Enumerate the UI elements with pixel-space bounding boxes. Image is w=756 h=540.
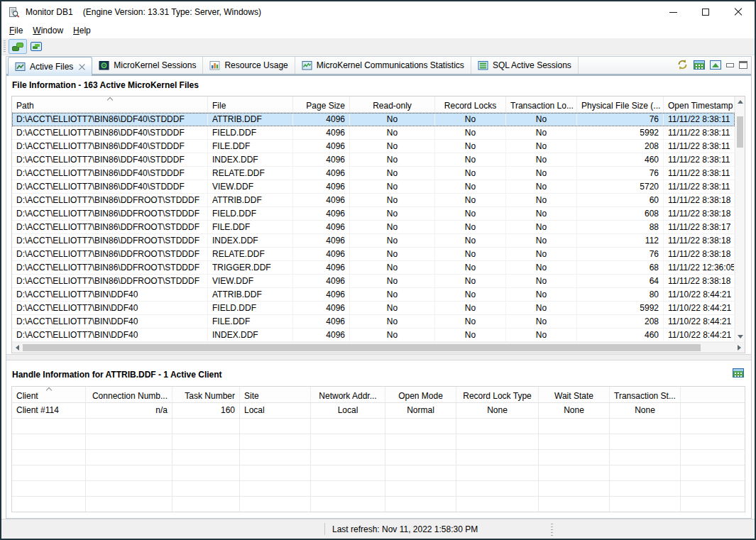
table-row[interactable]: D:\ACCT\ELLIOTT7\BIN86\DDF40\STDDDFFIELD… [12,126,735,140]
empty-row[interactable] [12,450,745,465]
column-header[interactable]: Wait State [539,387,610,402]
tab-sql-active-sessions[interactable]: SQL Active Sessions [471,57,579,74]
toolbar-grip[interactable] [4,40,6,53]
column-header[interactable]: Network Addr... [311,387,385,402]
table-row[interactable]: D:\ACCT\ELLIOTT7\BIN86\DDFROOT\STDDDFFIL… [12,221,735,234]
cell [311,434,385,449]
empty-row[interactable] [12,434,745,450]
connect-engine-button[interactable] [9,39,27,54]
cell [385,450,456,465]
empty-row[interactable] [12,481,745,497]
column-header[interactable]: Open Timestamp [664,97,735,112]
handle-table: ClientConnection Numb...Task NumberSiteN… [11,386,745,512]
cell: No [350,194,435,206]
maximize-icon[interactable] [689,1,722,23]
table-row[interactable]: D:\ACCT\ELLIOTT7\BIN86\DDFROOT\STDDDFVIE… [12,275,735,288]
table-row[interactable]: D:\ACCT\ELLIOTT7\BIN86\DDFROOT\STDDDFREL… [12,248,735,261]
maximize-part-icon[interactable] [710,60,721,70]
maximize-view-icon[interactable] [739,61,747,69]
column-header[interactable]: Transaction Lo... [506,97,577,112]
tab-microkernel-sessions[interactable]: MicroKernel Sessions [92,57,203,74]
cell: No [506,153,577,166]
close-icon[interactable] [722,1,755,23]
table-row[interactable]: D:\ACCT\ELLIOTT7\BIN86\DDFROOT\STDDDFIND… [12,234,735,248]
cell: No [350,140,435,153]
column-header[interactable]: Path [12,97,208,112]
table-row[interactable]: D:\ACCT\ELLIOTT7\BIN\DDF40ATTRIB.DDF4096… [12,288,735,302]
table-row[interactable]: D:\ACCT\ELLIOTT7\BIN86\DDF40\STDDDFVIEW.… [12,180,735,194]
scroll-right-icon[interactable] [734,343,745,353]
menu-window[interactable]: Window [28,24,68,37]
cell: FILE.DDF [208,315,293,328]
resource-usage-icon [209,60,221,71]
column-header[interactable]: Read-only [350,97,435,112]
column-header[interactable]: File [208,97,293,112]
cell: No [506,207,577,220]
cell [172,450,240,465]
menu-help[interactable]: Help [68,24,96,37]
horizontal-scrollbar[interactable] [12,342,745,353]
table-row[interactable]: D:\ACCT\ELLIOTT7\BIN86\DDF40\STDDDFINDEX… [12,153,735,167]
cell: 208 [577,140,664,153]
table-row[interactable]: D:\ACCT\ELLIOTT7\BIN\DDF40INDEX.DDF4096N… [12,329,735,342]
cell: No [435,234,506,247]
scroll-down-icon[interactable] [735,331,745,342]
minimize-icon[interactable] [657,1,689,23]
cell: No [506,261,577,274]
menu-file[interactable]: File [4,24,28,37]
table-row[interactable]: D:\ACCT\ELLIOTT7\BIN86\DDF40\STDDDFFILE.… [12,140,735,153]
scroll-left-icon[interactable] [12,343,23,353]
table-row[interactable]: D:\ACCT\ELLIOTT7\BIN86\DDF40\STDDDFRELAT… [12,167,735,180]
cell: FIELD.DDF [208,207,293,220]
empty-row[interactable] [12,465,745,481]
cell [539,465,610,480]
column-header[interactable]: Site [240,387,311,402]
panel-sash[interactable] [6,354,751,360]
table-columns-icon[interactable] [694,60,705,70]
connect-engine-remote-button[interactable] [27,39,45,54]
empty-row[interactable] [12,497,745,512]
status-bar: Last refresh: Nov 11, 2022 1:58:30 PM [1,519,755,539]
table-columns-icon[interactable] [733,368,744,378]
column-header[interactable]: Physical File Size (... [577,97,664,112]
table-row[interactable]: D:\ACCT\ELLIOTT7\BIN86\DDFROOT\STDDDFATT… [12,194,735,207]
close-tab-icon[interactable] [79,64,85,70]
table-row[interactable]: D:\ACCT\ELLIOTT7\BIN\DDF40FILE.DDF4096No… [12,315,735,329]
table-row[interactable]: Client #114n/a160LocalLocalNormalNoneNon… [12,403,745,419]
empty-row[interactable] [12,419,745,434]
refresh-icon[interactable] [676,59,689,70]
scroll-up-icon[interactable] [735,97,745,107]
cell: D:\ACCT\ELLIOTT7\BIN\DDF40 [12,329,208,341]
column-header[interactable]: Open Mode [385,387,456,402]
cell: 76 [577,113,664,126]
cell [12,497,86,512]
cell: No [435,153,506,166]
column-header[interactable]: Connection Numb... [86,387,172,402]
column-header[interactable]: Client [12,387,86,402]
tab-microkernel-communications-statistics[interactable]: MicroKernel Communications Statistics [295,57,471,74]
status-grip[interactable] [551,524,553,536]
cell [12,419,86,434]
cell: D:\ACCT\ELLIOTT7\BIN86\DDFROOT\STDDDF [12,248,208,260]
vertical-scrollbar[interactable] [735,97,745,342]
cell [539,419,610,434]
cell: No [350,153,435,166]
tab-resource-usage[interactable]: Resource Usage [203,57,295,74]
vertical-scrollbar-thumb[interactable] [737,116,743,148]
cell: 4096 [293,329,350,341]
table-row[interactable]: D:\ACCT\ELLIOTT7\BIN86\DDF40\STDDDFATTRI… [12,113,735,126]
column-header[interactable]: Page Size [293,97,350,112]
minimize-view-icon[interactable] [726,63,734,67]
column-header[interactable]: Record Locks [435,97,506,112]
column-header[interactable]: Task Number [172,387,240,402]
cell [86,497,172,512]
table-row[interactable]: D:\ACCT\ELLIOTT7\BIN86\DDFROOT\STDDDFTRI… [12,261,735,275]
table-row[interactable]: D:\ACCT\ELLIOTT7\BIN\DDF40FIELD.DDF4096N… [12,302,735,315]
horizontal-scrollbar-thumb[interactable] [23,344,701,351]
column-header[interactable]: Record Lock Type [456,387,539,402]
table-row[interactable]: D:\ACCT\ELLIOTT7\BIN86\DDFROOT\STDDDFFIE… [12,207,735,221]
cell: Normal [385,403,456,418]
window-title: Monitor DB1 [26,7,73,17]
column-header[interactable]: Transaction St... [610,387,681,402]
tab-active-files[interactable]: Active Files [8,57,92,76]
